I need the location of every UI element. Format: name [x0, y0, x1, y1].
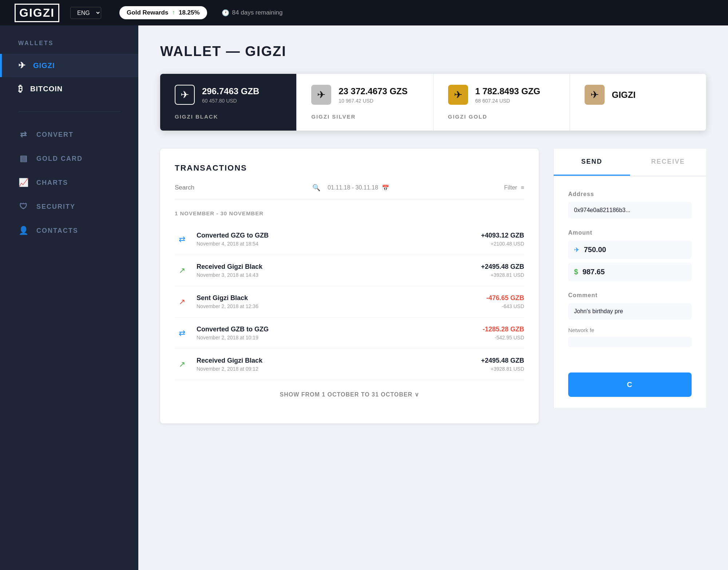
tx-details: Sent Gigzi Black November 2, 2018 at 12:… [197, 294, 479, 309]
tx-crypto: +2495.48 GZB [481, 263, 524, 271]
convert-label: CONVERT [36, 131, 74, 139]
gigzi-black-crypto: 296.7463 GZB [202, 86, 259, 96]
filter-icon: ≡ [521, 184, 524, 191]
wallet-card-gigzi-silver[interactable]: ✈ 23 372.4673 GZS 10 967.42 USD GIGZI SI… [297, 74, 433, 131]
send-button[interactable]: C [568, 372, 692, 397]
search-input[interactable] [175, 184, 308, 191]
address-value: 0x974e0a821186b3... [568, 202, 692, 219]
gigzi-other-crypto: GIGZI [612, 90, 636, 100]
gigzi-silver-name: GIGZI SILVER [311, 113, 418, 120]
tx-amounts: -476.65 GZB -643 USD [486, 294, 524, 309]
main-content: WALLET — GIGZI ✈ 296.7463 GZB 60 457.80 … [138, 25, 728, 570]
sidebar-item-charts[interactable]: 📈 CHARTS [0, 171, 138, 195]
sidebar-item-security[interactable]: 🛡 SECURITY [0, 195, 138, 219]
address-label: Address [568, 191, 692, 198]
days-remaining: 🕐 84 days remaining [222, 9, 283, 17]
amount-row: ✈ 750.00 [568, 240, 692, 259]
tx-details: Converted GZB to GZG November 2, 2018 at… [197, 326, 475, 340]
wallet-card-gigzi-black[interactable]: ✈ 296.7463 GZB 60 457.80 USD GIGZI BLACK [160, 74, 297, 131]
tx-usd: -542.95 USD [483, 335, 524, 340]
tx-date: November 2, 2018 at 12:36 [197, 303, 479, 309]
right-panel-body: Address 0x974e0a821186b3... Amount ✈ 750… [554, 176, 706, 362]
rewards-percent: 18.25% [179, 9, 200, 16]
sidebar-item-gold-card[interactable]: ▤ GOLD CARD [0, 147, 138, 171]
gigzi-gold-icon: ✈ [448, 85, 468, 105]
security-label: SECURITY [36, 203, 75, 211]
gigzi-silver-icon: ✈ [311, 85, 331, 105]
tx-name: Received Gigzi Black [197, 263, 474, 271]
gigzi-black-icon: ✈ [175, 85, 195, 105]
receive-tx-icon: ↗ [175, 263, 189, 278]
sidebar: WALLETS ✈ GIGZI ₿ BITCOIN ⇄ CONVERT ▤ GO… [0, 25, 138, 570]
table-row[interactable]: ⇄ Converted GZG to GZB November 4, 2018 … [175, 224, 524, 255]
gigzi-gold-crypto: 1 782.8493 GZG [475, 86, 541, 96]
wallet-card-gigzi-other[interactable]: ✈ GIGZI [570, 74, 706, 131]
tx-usd: +3928.81 USD [481, 366, 524, 372]
filter-label: Filter [504, 184, 517, 191]
tab-receive[interactable]: RECEIVE [630, 149, 707, 176]
gold-card-label: GOLD CARD [36, 155, 83, 163]
gigzi-amount-icon: ✈ [574, 246, 579, 254]
tx-date: November 3, 2018 at 14:43 [197, 272, 474, 278]
convert-tx-icon: ⇄ [175, 232, 189, 247]
tx-amounts: -1285.28 GZB -542.95 USD [483, 326, 524, 340]
gigzi-black-name: GIGZI BLACK [175, 113, 282, 120]
sidebar-item-convert[interactable]: ⇄ CONVERT [0, 123, 138, 147]
tx-amounts: +4093.12 GZB +2100.48 USD [481, 232, 524, 247]
table-row[interactable]: ⇄ Converted GZB to GZG November 2, 2018 … [175, 318, 524, 349]
tx-details: Received Gigzi Black November 2, 2018 at… [197, 357, 474, 372]
convert2-tx-icon: ⇄ [175, 326, 189, 340]
date-range: 01.11.18 - 30.11.18 [328, 184, 378, 191]
tx-date: November 2, 2018 at 10:19 [197, 335, 475, 340]
gold-card-icon: ▤ [18, 154, 29, 163]
tab-send[interactable]: SEND [554, 149, 630, 176]
sidebar-bitcoin-label: BITCOIN [30, 85, 63, 93]
sidebar-item-gigzi[interactable]: ✈ GIGZI [0, 54, 138, 77]
tx-name: Received Gigzi Black [197, 357, 474, 364]
security-icon: 🛡 [18, 202, 29, 211]
gigzi-icon: ✈ [18, 60, 26, 71]
bitcoin-icon: ₿ [18, 84, 23, 94]
charts-icon: 📈 [18, 178, 29, 187]
language-selector[interactable]: ENG RUS [70, 7, 101, 19]
charts-label: CHARTS [36, 179, 68, 187]
logo: GIGZI [15, 4, 59, 22]
wallets-section-label: WALLETS [0, 40, 138, 54]
right-panel: SEND RECEIVE Address 0x974e0a821186b3...… [553, 149, 706, 408]
tx-name: Converted GZG to GZB [197, 232, 474, 239]
period-label: 1 NOVEMBER - 30 NOVEMBER [175, 210, 524, 216]
sidebar-item-bitcoin[interactable]: ₿ BITCOIN [0, 77, 138, 100]
usd-icon: $ [574, 268, 578, 276]
gigzi-silver-crypto: 23 372.4673 GZS [339, 86, 407, 96]
date-filter[interactable]: 01.11.18 - 30.11.18 📅 [328, 184, 389, 191]
comment-value: John's birthday pre [568, 303, 692, 320]
amount-usd-value: 987.65 [582, 268, 605, 276]
sidebar-divider [18, 111, 120, 112]
days-remaining-text: 84 days remaining [232, 9, 283, 16]
table-row[interactable]: ↗ Received Gigzi Black November 2, 2018 … [175, 349, 524, 380]
gigzi-gold-name: GIGZI GOLD [448, 113, 555, 120]
topnav: GIGZI ENG RUS Gold Rewards ↑ 18.25% 🕐 84… [0, 0, 728, 25]
tx-amounts: +2495.48 GZB +3928.81 USD [481, 357, 524, 372]
tx-details: Received Gigzi Black November 3, 2018 at… [197, 263, 474, 278]
tx-name: Sent Gigzi Black [197, 294, 479, 302]
show-more-button[interactable]: SHOW FROM 1 OCTOBER TO 31 OCTOBER ∨ [175, 380, 524, 409]
table-row[interactable]: ↗ Received Gigzi Black November 3, 2018 … [175, 255, 524, 286]
rewards-label: Gold Rewards [127, 9, 168, 16]
tx-usd: +3928.81 USD [481, 272, 524, 278]
filter-button[interactable]: Filter ≡ [504, 184, 524, 191]
send-tx-icon: ↗ [175, 295, 189, 309]
search-icon: 🔍 [312, 184, 320, 192]
tx-amounts: +2495.48 GZB +3928.81 USD [481, 263, 524, 278]
right-panel-tabs: SEND RECEIVE [554, 149, 706, 176]
contacts-label: CONTACTS [36, 227, 78, 235]
tx-name: Converted GZB to GZG [197, 326, 475, 333]
transactions-filters: 🔍 01.11.18 - 30.11.18 📅 Filter ≡ [175, 184, 524, 199]
tx-crypto: -1285.28 GZB [483, 326, 524, 333]
tx-crypto: +4093.12 GZB [481, 232, 524, 239]
sidebar-item-contacts[interactable]: 👤 CONTACTS [0, 219, 138, 243]
table-row[interactable]: ↗ Sent Gigzi Black November 2, 2018 at 1… [175, 286, 524, 318]
wallet-card-gigzi-gold[interactable]: ✈ 1 782.8493 GZG 68 607.24 USD GIGZI GOL… [434, 74, 570, 131]
gigzi-gold-usd: 68 607.24 USD [475, 98, 541, 104]
convert-icon: ⇄ [18, 130, 29, 139]
